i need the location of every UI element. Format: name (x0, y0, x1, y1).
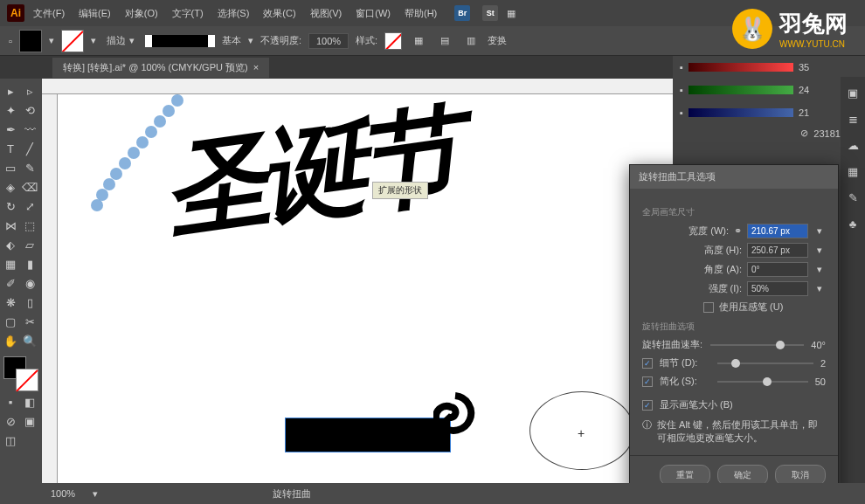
rotate-tool[interactable]: ↻ (2, 197, 19, 215)
width-input[interactable] (747, 224, 808, 238)
menu-effect[interactable]: 效果(C) (258, 3, 301, 24)
stroke-label[interactable]: 描边 ▾ (103, 32, 138, 49)
free-transform-tool[interactable]: ⬚ (21, 217, 38, 234)
fill-swatch[interactable] (19, 30, 42, 52)
rect-tool[interactable]: ▭ (2, 159, 19, 176)
zoom-level[interactable]: 100% (51, 488, 75, 499)
mesh-tool[interactable]: ▦ (2, 255, 19, 273)
selection-tool[interactable]: ▸ (2, 82, 19, 100)
stroke-profile[interactable] (145, 35, 215, 47)
type-tool[interactable]: T (2, 140, 19, 157)
menu-file[interactable]: 文件(F) (28, 3, 70, 24)
width-tool[interactable]: ⋈ (2, 217, 19, 234)
r-value[interactable]: 35 (799, 62, 809, 72)
fill-stroke-indicator[interactable] (2, 356, 40, 391)
intensity-dd[interactable]: ▾ (813, 283, 826, 294)
artboard-tool[interactable]: ▢ (2, 313, 19, 330)
stock-badge[interactable]: St (482, 5, 498, 21)
menu-edit[interactable]: 编辑(E) (73, 3, 116, 24)
eraser-tool[interactable]: ⌫ (21, 178, 38, 196)
width-dd[interactable]: ▾ (813, 225, 826, 237)
layers-icon[interactable]: ≣ (844, 110, 862, 128)
fill-dd[interactable]: ▾ (49, 35, 54, 46)
document-tab[interactable]: 转换] [转换].ai* @ 100% (CMYK/GPU 预览) × (52, 58, 269, 78)
brush-tool[interactable]: ✎ (21, 159, 38, 176)
eyedropper-tool[interactable]: ✐ (2, 274, 19, 292)
ruler-vertical[interactable] (42, 94, 58, 504)
b-value[interactable]: 21 (799, 107, 809, 118)
simplify-checkbox[interactable] (642, 376, 653, 387)
transform-label[interactable]: 变换 (488, 34, 507, 47)
properties-icon[interactable]: ▣ (844, 84, 862, 101)
angle-dd[interactable]: ▾ (813, 264, 826, 275)
lasso-tool[interactable]: ⟲ (21, 101, 38, 119)
align3-icon[interactable]: ▥ (461, 31, 481, 51)
show-brush-checkbox[interactable] (642, 400, 653, 411)
height-input[interactable] (747, 243, 808, 258)
tab-close-icon[interactable]: × (253, 62, 259, 72)
detail-checkbox[interactable] (642, 358, 653, 369)
g-value[interactable]: 24 (799, 85, 809, 95)
rate-label: 旋转扭曲速率: (642, 338, 703, 351)
menu-object[interactable]: 对象(O) (120, 3, 163, 24)
brushes-icon[interactable]: ✎ (844, 189, 862, 206)
simplify-value[interactable]: 50 (815, 376, 826, 387)
curvature-tool[interactable]: 〰 (21, 121, 38, 138)
zoom-tool[interactable]: 🔍 (21, 332, 38, 349)
stroke-swatch[interactable] (61, 30, 84, 52)
align-icon[interactable]: ▦ (409, 31, 428, 51)
shaper-tool[interactable]: ◈ (2, 178, 19, 196)
color-mode[interactable]: ▪ (2, 393, 19, 411)
none-mode[interactable]: ⊘ (2, 412, 19, 430)
magic-wand-tool[interactable]: ✦ (2, 101, 19, 119)
swatches-icon[interactable]: ▦ (844, 162, 862, 180)
style-swatch[interactable] (384, 32, 402, 50)
direct-select-tool[interactable]: ▹ (21, 82, 38, 100)
line-tool[interactable]: ╱ (21, 140, 38, 157)
libraries-icon[interactable]: ☁ (844, 136, 862, 154)
selected-rect[interactable] (285, 418, 451, 452)
shape-builder-tool[interactable]: ⬖ (2, 236, 19, 253)
symbol-tool[interactable]: ❋ (2, 293, 19, 311)
slice-tool[interactable]: ✂ (21, 313, 38, 330)
menu-help[interactable]: 帮助(H) (399, 3, 442, 24)
intensity-input[interactable] (747, 281, 808, 296)
gradient-mode[interactable]: ◧ (21, 393, 38, 411)
symbols-icon[interactable]: ♣ (844, 215, 862, 232)
menu-select[interactable]: 选择(S) (212, 3, 255, 24)
menu-view[interactable]: 视图(V) (305, 3, 348, 24)
simplify-slider[interactable] (717, 381, 808, 383)
menu-type[interactable]: 文字(T) (167, 3, 209, 24)
gradient-tool[interactable]: ▮ (21, 255, 38, 273)
rate-slider[interactable] (710, 344, 804, 346)
zoom-dd[interactable]: ▾ (93, 488, 98, 500)
draw-mode[interactable]: ◫ (2, 432, 19, 449)
blue-slider[interactable] (689, 108, 793, 117)
angle-input[interactable] (747, 262, 808, 277)
arrange-icon[interactable]: ▦ (502, 3, 521, 23)
graph-tool[interactable]: ▯ (21, 293, 38, 311)
detail-slider[interactable] (717, 362, 813, 364)
shape-label[interactable]: 样式: (356, 34, 377, 47)
logo-icon: 🐰 (732, 9, 772, 49)
bridge-badge[interactable]: Br (454, 5, 470, 21)
hand-tool[interactable]: ✋ (2, 332, 19, 349)
opacity-input[interactable]: 100% (308, 33, 349, 49)
menu-window[interactable]: 窗口(W) (350, 3, 396, 24)
spiral-shape[interactable] (433, 391, 477, 435)
align2-icon[interactable]: ▤ (435, 31, 454, 51)
red-slider[interactable] (689, 63, 793, 72)
screen-mode[interactable]: ▣ (21, 412, 38, 430)
green-slider[interactable] (689, 86, 793, 94)
detail-value[interactable]: 2 (820, 358, 826, 369)
link-icon[interactable]: ⚭ (734, 225, 742, 237)
height-dd[interactable]: ▾ (813, 245, 826, 256)
perspective-tool[interactable]: ▱ (21, 236, 38, 253)
blend-tool[interactable]: ◉ (21, 274, 38, 292)
pen-tool[interactable]: ✒ (2, 121, 19, 138)
rate-value[interactable]: 40° (811, 340, 826, 350)
scale-tool[interactable]: ⤢ (21, 197, 38, 215)
stroke-box[interactable] (16, 369, 38, 391)
stroke-dd[interactable]: ▾ (91, 35, 96, 46)
style-dd[interactable]: ▾ (248, 35, 253, 46)
